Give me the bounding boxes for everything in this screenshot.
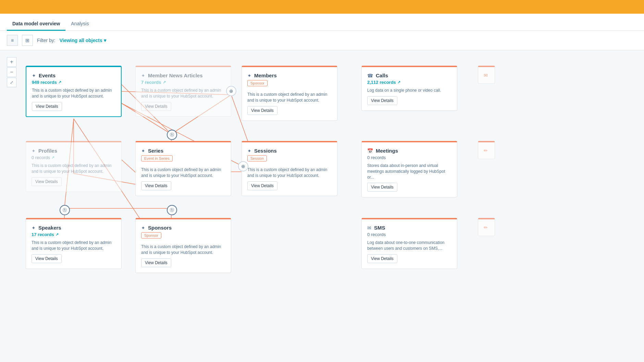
card-sponsors[interactable]: ✦ Sponsors Sponsor This is a custom obje… [135,218,231,273]
card-series[interactable]: ✦ Series Event in Series This is a custo… [135,141,231,196]
card-partial-2: ✏ [478,141,495,159]
card-profiles-title: Profiles [38,148,57,154]
connector-series-top: ⓗ [167,130,177,140]
sms-icon: ✉ [367,225,371,231]
speakers-ext-link-icon[interactable]: ↗ [55,232,59,237]
card-events-title: Events [39,73,55,78]
calls-icon: ☎ [367,73,373,78]
speakers-view-details-btn[interactable]: View Details [32,254,62,263]
filter-label: Filter by: [37,38,55,43]
member-news-icon: ✦ [141,73,145,78]
card-sponsors-title: Sponsors [148,225,172,231]
card-meetings[interactable]: 📅 Meetings 0 records Stores data about i… [361,141,457,197]
series-desc: This is a custom object defined by an ad… [141,167,225,179]
series-icon: ✦ [141,148,145,154]
sponsors-icon: ✦ [141,225,145,231]
connector-members-junction: ⊕ [226,86,236,96]
calls-ext-link-icon[interactable]: ↗ [397,80,400,85]
card-partial-3: ✏ [478,218,495,236]
sessions-view-details-btn[interactable]: View Details [247,181,277,190]
calls-view-details-btn[interactable]: View Details [367,96,397,105]
calls-records: 2,112 records [367,80,396,85]
meetings-records: 0 records [367,155,386,160]
view-grid-button[interactable]: ⊞ [22,35,33,46]
series-association-badge: Event in Series [141,155,173,161]
members-icon: ✦ [247,73,251,78]
speakers-desc: This is a custom object defined by an ad… [32,240,116,251]
speakers-records: 17 records [32,232,54,237]
member-news-ext-link-icon[interactable]: ↗ [163,80,166,85]
profiles-view-details-btn[interactable]: View Details [32,177,62,186]
toolbar: ≡ ⊞ Filter by: Viewing all objects ▾ [0,31,644,50]
card-calls-title: Calls [376,73,388,78]
card-speakers-title: Speakers [38,225,61,231]
member-news-records: 7 records [141,80,161,85]
meetings-desc: Stores data about in-person and virtual … [367,163,451,180]
events-records: 949 records [32,80,57,85]
profiles-ext-link-icon[interactable]: ↗ [51,155,54,160]
meetings-icon: 📅 [367,148,373,154]
profiles-records: 0 records [32,155,50,160]
zoom-out-button[interactable]: − [7,67,16,77]
list-icon: ≡ [11,38,14,43]
tab-analysis[interactable]: Analysis [65,17,94,31]
member-news-desc: This is a custom object defined by an ad… [141,88,225,99]
sponsors-association-badge: Sponsor [141,232,161,238]
events-desc: This is a custom object defined by an ad… [32,88,115,99]
members-association-badge: Sponsor [247,80,268,86]
series-view-details-btn[interactable]: View Details [141,181,171,190]
card-series-title: Series [148,148,163,154]
card-sms[interactable]: ✉ SMS 0 records Log data about one-to-on… [361,218,457,269]
connector-speakers: ⓗ [60,205,70,215]
zoom-controls: + − ⤢ [7,57,16,87]
calls-desc: Log data on a single phone or video call… [367,88,451,93]
sms-desc: Log data about one-to-one communication … [367,240,451,251]
speakers-icon: ✦ [32,225,36,231]
sms-records: 0 records [367,232,386,237]
filter-dropdown[interactable]: Viewing all objects ▾ [60,38,106,43]
card-members-title: Members [254,73,277,78]
sms-view-details-btn[interactable]: View Details [367,254,397,263]
events-view-details-btn[interactable]: View Details [32,102,62,111]
zoom-fit-button[interactable]: ⤢ [7,78,16,87]
canvas-area: + − ⤢ ✦ Eve [0,50,644,362]
card-meetings-title: Meetings [376,148,398,154]
profiles-icon: ✦ [32,148,36,154]
profiles-desc: This is a custom object defined by an ad… [32,163,116,174]
sessions-icon: ✦ [247,148,251,154]
sponsors-view-details-btn[interactable]: View Details [141,258,171,267]
sessions-desc: This is a custom object defined by an ad… [247,167,332,179]
card-profiles[interactable]: ✦ Profiles 0 records ↗ This is a custom … [26,141,122,192]
card-member-news-title: Member News Articles [148,73,203,78]
chevron-down-icon: ▾ [104,38,106,43]
tab-bar: Data model overview Analysis [0,14,644,31]
meetings-view-details-btn[interactable]: View Details [367,183,397,192]
card-members[interactable]: ✦ Members Sponsor This is a custom objec… [242,66,337,121]
view-list-button[interactable]: ≡ [7,35,18,46]
grid-icon: ⊞ [25,38,29,43]
card-calls[interactable]: ☎ Calls 2,112 records ↗ Log data on a si… [361,66,457,111]
zoom-in-button[interactable]: + [7,57,16,67]
top-bar [0,0,644,14]
sessions-association-badge: Session [247,155,267,161]
connector-series-sessions: ⊕ [238,161,248,171]
members-desc: This is a custom object defined by an ad… [247,92,332,103]
card-partial-1: ✉ [478,66,495,84]
members-view-details-btn[interactable]: View Details [247,106,277,115]
card-sessions[interactable]: ✦ Sessions Session This is a custom obje… [242,141,337,196]
card-sms-title: SMS [374,225,385,231]
card-member-news[interactable]: ✦ Member News Articles 7 records ↗ This … [135,66,231,117]
tab-data-model[interactable]: Data model overview [7,17,65,31]
card-speakers[interactable]: ✦ Speakers 17 records ↗ This is a custom… [26,218,122,269]
events-ext-link-icon[interactable]: ↗ [58,80,61,85]
card-sessions-title: Sessions [254,148,277,154]
member-news-view-details-btn[interactable]: View Details [141,102,171,111]
events-icon: ✦ [32,73,36,78]
connector-sponsors: ⓗ [167,205,177,215]
sponsors-desc: This is a custom object defined by an ad… [141,244,225,256]
card-events[interactable]: ✦ Events 949 records ↗ This is a custom … [26,66,122,117]
